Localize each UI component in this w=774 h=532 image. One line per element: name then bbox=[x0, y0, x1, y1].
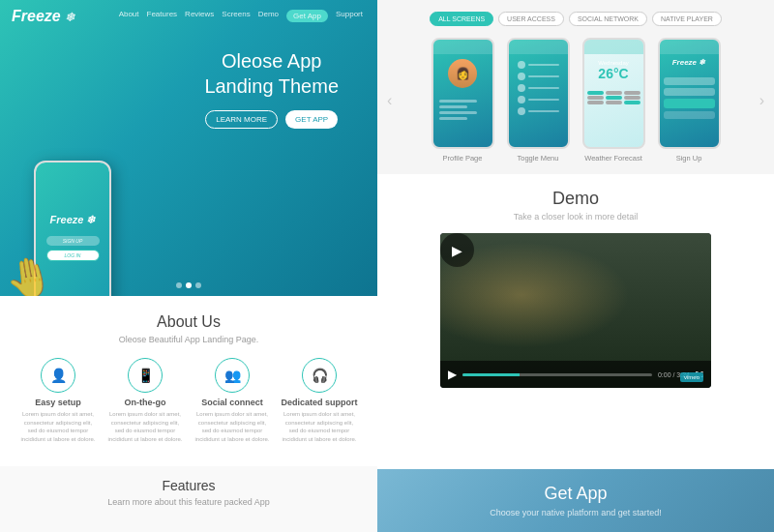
menu-top-bar bbox=[509, 40, 568, 54]
weather-bar-7 bbox=[587, 101, 604, 104]
social-connect-icon: 👥 bbox=[215, 358, 250, 393]
learn-more-button[interactable]: LEARN MORE bbox=[205, 110, 278, 129]
feature-desc-0: Lorem ipsum dolor sit amet, consectetur … bbox=[19, 410, 97, 443]
menu-item-4 bbox=[514, 94, 563, 105]
video-progress-bar[interactable] bbox=[462, 373, 652, 376]
get-app-hero-button[interactable]: GET APP bbox=[285, 110, 338, 129]
dot-2[interactable] bbox=[186, 282, 192, 288]
profile-line-2 bbox=[439, 105, 467, 108]
feature-desc-1: Lorem ipsum dolor sit amet, consectetur … bbox=[106, 410, 184, 443]
vimeo-badge: vimeo bbox=[680, 372, 703, 382]
menu-item-1 bbox=[514, 59, 563, 71]
features-bottom-section: Features Learn more about this feature p… bbox=[0, 466, 377, 532]
menu-items bbox=[509, 54, 568, 122]
feature-name-0: Easy setup bbox=[35, 398, 81, 407]
phone-freeze-logo: Freeze ❄ bbox=[50, 214, 96, 226]
weather-bar-1 bbox=[587, 91, 604, 95]
dot-3[interactable] bbox=[195, 282, 201, 288]
weather-bar-row-3 bbox=[587, 101, 640, 104]
brand-logo: Freeze ❄ bbox=[12, 8, 74, 25]
weather-phone: Wednesday 26°C bbox=[582, 38, 645, 149]
avatar-face: 👩 bbox=[448, 59, 477, 88]
feature-name-2: Social connect bbox=[201, 398, 263, 407]
tab-all-screens[interactable]: ALL SCREENS bbox=[430, 12, 493, 26]
screens-section: ALL SCREENS USER ACCESS SOCIAL NETWORK N… bbox=[377, 0, 774, 174]
signup-submit-btn bbox=[664, 99, 715, 108]
weather-bar-6 bbox=[624, 96, 640, 100]
signup-label: Sign Up bbox=[655, 154, 723, 163]
menu-item-2 bbox=[514, 71, 563, 82]
weather-bar-2 bbox=[606, 91, 622, 95]
tab-native-player[interactable]: NATIVE PLAYER bbox=[652, 12, 722, 26]
signup-field-2 bbox=[664, 88, 715, 96]
weather-bar-8 bbox=[606, 101, 622, 104]
hand-illustration: 🤚 bbox=[1, 251, 56, 296]
menu-item-5 bbox=[514, 105, 563, 117]
weather-bar-4 bbox=[587, 96, 604, 100]
profile-line-4 bbox=[439, 117, 467, 120]
screens-row: ‹ 👩 Profile Page bbox=[392, 38, 759, 163]
weather-top-bar bbox=[584, 40, 643, 54]
weather-temp: 26°C bbox=[587, 66, 640, 81]
hero-title: Oleose App Landing Theme bbox=[204, 48, 339, 99]
menu-phone bbox=[507, 38, 570, 149]
hero-title-line1: Oleose App bbox=[204, 48, 339, 74]
feature-name-3: Dedicated support bbox=[281, 398, 357, 407]
signup-alt-btn bbox=[664, 111, 715, 119]
nav-getapp[interactable]: Get App bbox=[286, 10, 328, 22]
feature-social-connect: 👥 Social connect Lorem ipsum dolor sit a… bbox=[194, 358, 271, 443]
features-title: Features bbox=[15, 478, 363, 493]
tab-social-network[interactable]: SOCIAL NETWORK bbox=[569, 12, 647, 26]
brand-snowflake: ❄ bbox=[65, 11, 74, 24]
nav-reviews[interactable]: Reviews bbox=[185, 10, 214, 22]
profile-line-3 bbox=[439, 111, 477, 114]
nav-demo[interactable]: Demo bbox=[258, 10, 279, 22]
weather-bar-row-1 bbox=[587, 91, 640, 95]
screen-weather: Wednesday 26°C bbox=[580, 38, 647, 163]
feature-name-1: On-the-go bbox=[125, 398, 166, 407]
demo-section: Demo Take a closer look in more detail ▶… bbox=[377, 174, 774, 469]
hero-title-line2: Landing Theme bbox=[204, 74, 339, 99]
right-panel: ALL SCREENS USER ACCESS SOCIAL NETWORK N… bbox=[377, 0, 774, 532]
tab-user-access[interactable]: USER ACCESS bbox=[498, 12, 564, 26]
video-play-icon[interactable]: ▶ bbox=[448, 368, 457, 381]
hero-section: Freeze ❄ About Features Reviews Screens … bbox=[0, 0, 377, 296]
profile-line-1 bbox=[439, 100, 477, 103]
weather-bars bbox=[584, 87, 643, 108]
weather-bar-row-2 bbox=[587, 96, 640, 100]
dot-1[interactable] bbox=[176, 282, 182, 288]
feature-on-the-go: 📱 On-the-go Lorem ipsum dolor sit amet, … bbox=[106, 358, 184, 443]
brand-name: Freeze bbox=[12, 8, 61, 24]
nav-support[interactable]: Support bbox=[336, 10, 363, 22]
weather-display: Wednesday 26°C bbox=[584, 54, 643, 87]
profile-label: Profile Page bbox=[429, 154, 496, 163]
menu-label: Toggle Menu bbox=[504, 154, 572, 163]
nav-features[interactable]: Features bbox=[147, 10, 178, 22]
screens-next-arrow[interactable]: › bbox=[759, 92, 764, 109]
get-app-section: Get App Choose your native platform and … bbox=[377, 469, 774, 532]
screens-prev-arrow[interactable]: ‹ bbox=[387, 92, 392, 109]
get-app-title: Get App bbox=[397, 484, 755, 504]
about-subtitle: Oleose Beautiful App Landing Page. bbox=[15, 335, 363, 344]
on-the-go-icon: 📱 bbox=[128, 358, 163, 393]
phone-login-btn[interactable]: LOG IN bbox=[46, 250, 100, 261]
video-progress-fill bbox=[462, 373, 520, 376]
phone-signup-btn[interactable]: SIGN UP bbox=[46, 236, 100, 246]
nav-about[interactable]: About bbox=[119, 10, 139, 22]
screen-menu: Toggle Menu bbox=[504, 38, 572, 163]
screen-profile: 👩 Profile Page bbox=[429, 38, 496, 163]
screen-signup: Freeze ❄ Sign Up bbox=[655, 38, 723, 163]
nav-screens[interactable]: Screens bbox=[222, 10, 250, 22]
weather-bar-5 bbox=[606, 96, 622, 100]
easy-setup-icon: 👤 bbox=[41, 358, 75, 393]
menu-item-3 bbox=[514, 82, 563, 94]
feature-desc-3: Lorem ipsum dolor sit amet, consectetur … bbox=[281, 410, 358, 443]
hero-content: Oleose App Landing Theme LEARN MORE GET … bbox=[204, 48, 339, 129]
profile-phone: 👩 bbox=[432, 38, 494, 149]
signup-top-bar bbox=[660, 40, 719, 54]
demo-subtitle: Take a closer look in more detail bbox=[397, 212, 755, 222]
dedicated-support-icon: 🎧 bbox=[302, 358, 337, 393]
play-button[interactable]: ▶ bbox=[440, 233, 474, 267]
video-container[interactable]: ▶ ▶ 0:00 / 3:24 ⛶ vimeo bbox=[440, 233, 711, 388]
about-section: About Us Oleose Beautiful App Landing Pa… bbox=[0, 296, 377, 466]
